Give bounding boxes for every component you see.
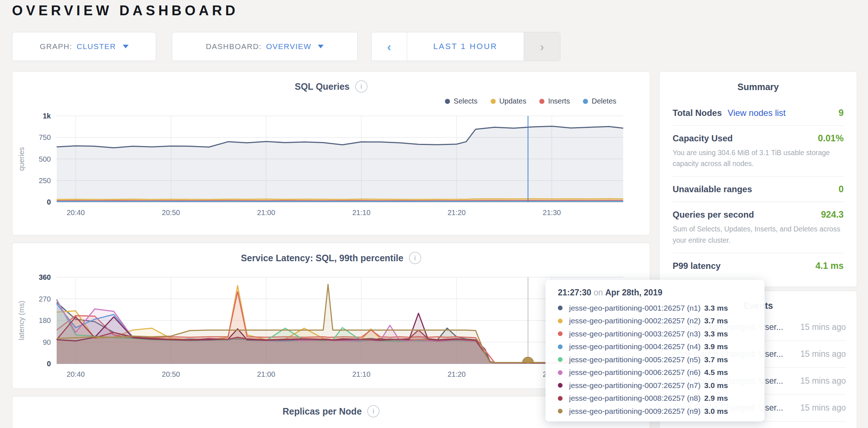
series-dot-icon bbox=[558, 331, 563, 336]
time-range-button[interactable]: LAST 1 HOUR bbox=[407, 32, 524, 61]
tooltip-row: jesse-geo-partitioning-0009:26257 (n9)3.… bbox=[558, 405, 752, 418]
tooltip-node-value: 3.3 ms bbox=[704, 330, 728, 338]
time-prev-button[interactable]: ‹ bbox=[372, 32, 407, 61]
sql-legend: SelectsUpdatesInsertsDeletes bbox=[445, 97, 616, 105]
series-dot-icon bbox=[558, 319, 563, 323]
y-tick-label: 1k bbox=[43, 112, 51, 120]
y-axis-label: latency (ms) bbox=[17, 301, 25, 340]
series-dot-icon bbox=[558, 306, 563, 310]
x-tick-label: 21:10 bbox=[352, 370, 370, 378]
series-dot-icon bbox=[558, 357, 563, 362]
summary-value: 9 bbox=[839, 108, 844, 118]
summary-value: 0.01% bbox=[818, 133, 844, 144]
tooltip-node-name: jesse-geo-partitioning-0007:26257 (n7) bbox=[569, 381, 704, 390]
event-time: 15 mins ago bbox=[794, 402, 846, 413]
tooltip-node-value: 3.3 ms bbox=[704, 304, 728, 312]
latency-chart-title-row: Service Latency: SQL, 99th percentile i bbox=[12, 252, 650, 264]
series-dot-icon bbox=[558, 344, 563, 349]
summary-row: Unavailable ranges0 bbox=[673, 176, 844, 202]
tooltip-row: jesse-geo-partitioning-0003:26257 (n3)3.… bbox=[558, 327, 752, 340]
chevron-left-icon: ‹ bbox=[387, 40, 391, 53]
y-tick-label: 500 bbox=[39, 155, 51, 163]
tooltip-node-name: jesse-geo-partitioning-0001:26257 (n1) bbox=[569, 304, 704, 312]
time-range-selector: ‹ LAST 1 HOUR › bbox=[371, 32, 560, 61]
graph-dropdown[interactable]: GRAPH: CLUSTER bbox=[12, 32, 156, 61]
summary-row: P99 latency4.1 ms bbox=[673, 253, 844, 278]
x-tick-label: 21:30 bbox=[543, 209, 561, 217]
chevron-right-icon: › bbox=[540, 40, 544, 53]
tooltip-date: Apr 28th, 2019 bbox=[605, 288, 662, 297]
event-time: 15 mins ago bbox=[794, 348, 846, 360]
legend-item-inserts[interactable]: Inserts bbox=[539, 97, 570, 105]
legend-label: Selects bbox=[454, 97, 478, 105]
tooltip-row: jesse-geo-partitioning-0002:26257 (n2)3.… bbox=[558, 315, 752, 328]
tooltip-node-name: jesse-geo-partitioning-0009:26257 (n9) bbox=[569, 407, 704, 416]
tooltip-node-value: 2.9 ms bbox=[704, 394, 728, 403]
view-nodes-list-link[interactable]: View nodes list bbox=[728, 108, 786, 118]
tooltip-row: jesse-geo-partitioning-0004:26257 (n4)3.… bbox=[558, 340, 752, 354]
tooltip-rows: jesse-geo-partitioning-0001:26257 (n1)3.… bbox=[558, 302, 752, 418]
tooltip-node-value: 3.0 ms bbox=[704, 407, 728, 416]
summary-label: Queries per second bbox=[673, 210, 754, 220]
legend-item-selects[interactable]: Selects bbox=[445, 97, 478, 105]
summary-rows: Total NodesView nodes list9Capacity Used… bbox=[660, 100, 857, 278]
y-tick-label: 360 bbox=[39, 273, 51, 281]
x-tick-label: 21:10 bbox=[352, 209, 370, 217]
tooltip-node-name: jesse-geo-partitioning-0006:26257 (n6) bbox=[569, 368, 704, 377]
dashboard-dropdown[interactable]: DASHBOARD: OVERVIEW bbox=[172, 32, 358, 61]
legend-item-updates[interactable]: Updates bbox=[491, 97, 527, 105]
summary-value: 0 bbox=[839, 184, 844, 194]
legend-dot-icon bbox=[539, 99, 544, 104]
series-dot-icon bbox=[558, 383, 563, 388]
tooltip-row: jesse-geo-partitioning-0006:26257 (n6)4.… bbox=[558, 366, 752, 379]
tooltip-time: 21:27:30 bbox=[558, 288, 591, 297]
series-line bbox=[57, 201, 623, 201]
x-tick-label: 20:50 bbox=[162, 370, 180, 378]
y-tick-label: 270 bbox=[39, 295, 51, 303]
latency-chart-title: Service Latency: SQL, 99th percentile bbox=[241, 253, 403, 263]
summary-title: Summary bbox=[660, 82, 857, 92]
legend-label: Inserts bbox=[548, 97, 570, 105]
summary-row: Capacity Used0.01%You are using 304.6 Mi… bbox=[673, 125, 844, 176]
chevron-down-icon bbox=[318, 45, 324, 48]
sql-queries-chart[interactable]: 20:4020:5021:0021:1021:2021:300250500750… bbox=[12, 72, 650, 236]
summary-label: Total Nodes bbox=[673, 108, 722, 118]
legend-item-deletes[interactable]: Deletes bbox=[583, 97, 616, 105]
summary-desc: You are using 304.6 MiB of 3.1 TiB usabl… bbox=[673, 147, 844, 169]
sql-chart-title-row: SQL Queries i bbox=[12, 80, 650, 93]
sql-chart-title: SQL Queries bbox=[295, 81, 350, 92]
x-tick-label: 20:40 bbox=[66, 209, 85, 217]
tooltip-header: 21:27:30 on Apr 28th, 2019 bbox=[558, 288, 752, 299]
y-tick-label: 180 bbox=[39, 316, 51, 324]
summary-value: 924.3 bbox=[821, 209, 844, 220]
summary-row: Total NodesView nodes list9 bbox=[673, 100, 844, 125]
y-tick-label: 250 bbox=[39, 177, 51, 185]
summary-label: Unavailable ranges bbox=[673, 184, 752, 194]
event-time: 15 mins ago bbox=[794, 375, 846, 387]
summary-desc: Sum of Selects, Updates, Inserts, and De… bbox=[673, 223, 844, 245]
tooltip-row: jesse-geo-partitioning-0005:26257 (n5)3.… bbox=[558, 353, 752, 366]
series-dot-icon bbox=[558, 409, 563, 413]
tooltip-node-name: jesse-geo-partitioning-0004:26257 (n4) bbox=[569, 342, 704, 351]
hover-marker bbox=[523, 357, 534, 363]
series-dot-icon bbox=[558, 396, 563, 401]
tooltip-node-value: 3.7 ms bbox=[704, 316, 728, 325]
tooltip-row: jesse-geo-partitioning-0007:26257 (n7)3.… bbox=[558, 379, 752, 392]
info-icon[interactable]: i bbox=[409, 252, 421, 264]
info-icon[interactable]: i bbox=[367, 405, 380, 417]
tooltip-node-value: 3.9 ms bbox=[704, 342, 728, 351]
legend-label: Deletes bbox=[592, 97, 616, 105]
x-tick-label: 21:20 bbox=[447, 209, 466, 217]
dashboard-dropdown-value: OVERVIEW bbox=[266, 42, 312, 51]
time-next-button[interactable]: › bbox=[524, 32, 560, 61]
chevron-down-icon bbox=[123, 45, 129, 48]
replicas-chart-title: Replicas per Node bbox=[283, 406, 362, 417]
y-tick-label: 0 bbox=[47, 360, 51, 368]
legend-dot-icon bbox=[583, 99, 588, 104]
tooltip-node-name: jesse-geo-partitioning-0003:26257 (n3) bbox=[569, 330, 704, 338]
y-tick-label: 750 bbox=[39, 133, 51, 141]
summary-label: Capacity Used bbox=[673, 133, 733, 144]
graph-dropdown-value: CLUSTER bbox=[77, 42, 116, 51]
tooltip-node-name: jesse-geo-partitioning-0002:26257 (n2) bbox=[569, 316, 704, 325]
info-icon[interactable]: i bbox=[355, 80, 368, 93]
